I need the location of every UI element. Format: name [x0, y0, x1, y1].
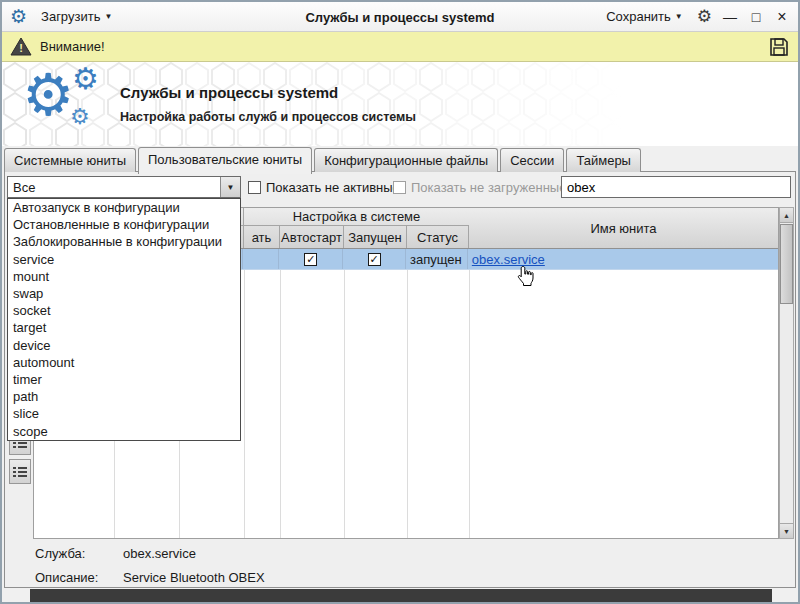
scroll-down-icon: ▼: [783, 528, 790, 535]
warning-triangle-icon: !: [10, 37, 32, 56]
gridline: [407, 270, 408, 538]
dropdown-item[interactable]: target: [8, 319, 240, 336]
unit-type-combobox[interactable]: Все ▼: [7, 176, 241, 198]
gridline: [244, 270, 245, 538]
maximize-button[interactable]: □: [748, 10, 764, 24]
combobox-value: Все: [8, 180, 220, 195]
column-header-unit-name[interactable]: Имя юнита: [469, 208, 778, 249]
description-detail-row: Описание: Service Bluetooth OBEX: [35, 570, 265, 585]
save-file-icon[interactable]: [768, 36, 790, 58]
dropdown-item[interactable]: service: [8, 251, 240, 268]
hexagon-fade: [2, 62, 798, 146]
dropdown-item[interactable]: Заблокированные в конфигурации: [8, 233, 240, 250]
chevron-down-icon: ▼: [227, 183, 235, 192]
dropdown-item[interactable]: socket: [8, 302, 240, 319]
cell-autostart: ✓: [279, 249, 343, 269]
svg-text:!: !: [19, 42, 23, 54]
page-title: Службы и процессы systemd: [120, 84, 338, 101]
cell-status: запущен: [406, 249, 468, 269]
chevron-down-icon: ▼: [104, 12, 112, 21]
description-label: Описание:: [35, 570, 123, 585]
app-gears-icon: ⚙: [72, 64, 99, 94]
load-menu-label: Загрузить: [41, 9, 100, 24]
close-button[interactable]: ×: [774, 9, 790, 25]
cell-empty: [243, 249, 279, 269]
cell-unit-name: obex.service: [468, 249, 778, 269]
tab-system-units[interactable]: Системные юниты: [4, 148, 136, 172]
tab-bar: Системные юниты Пользовательские юниты К…: [4, 146, 643, 172]
tab-content: Все ▼ Показать не активные Показать не з…: [4, 171, 796, 588]
unit-search-input[interactable]: [561, 176, 791, 198]
dropdown-item[interactable]: device: [8, 337, 240, 354]
app-header: ⚙ ⚙ ⚙ Службы и процессы systemd Настройк…: [2, 62, 798, 146]
vertical-scrollbar[interactable]: ▲ ▼: [779, 207, 794, 539]
chevron-down-icon: ▼: [675, 12, 683, 21]
checkbox-label: Показать не активные: [266, 180, 400, 195]
page-subtitle: Настройка работы служб и процессов систе…: [120, 110, 416, 124]
warning-text: Внимание!: [40, 39, 105, 54]
show-inactive-checkbox[interactable]: Показать не активные: [248, 176, 400, 198]
group-header-system: Настройка в системе: [244, 208, 469, 226]
app-window: ⚙ Загрузить ▼ Службы и процессы systemd …: [0, 0, 800, 604]
service-value: obex.service: [123, 546, 196, 561]
app-gears-icon: ⚙: [22, 66, 74, 124]
column-header-running[interactable]: Запущен: [344, 226, 407, 248]
column-header-status[interactable]: Статус: [407, 226, 469, 248]
dropdown-item[interactable]: Автозапуск в конфигурации: [8, 199, 240, 216]
tab-sessions[interactable]: Сессии: [500, 148, 564, 172]
running-checkbox-checked[interactable]: ✓: [368, 253, 381, 266]
show-unloaded-checkbox: Показать не загруженные: [393, 176, 566, 198]
scroll-up-button[interactable]: ▲: [780, 208, 793, 223]
cell-running: ✓: [343, 249, 406, 269]
dropdown-item[interactable]: automount: [8, 354, 240, 371]
dropdown-item[interactable]: Остановленные в конфигурации: [8, 216, 240, 233]
column-header-partial[interactable]: ать: [244, 226, 280, 248]
description-value: Service Bluetooth OBEX: [123, 570, 265, 585]
dropdown-item[interactable]: mount: [8, 268, 240, 285]
unit-type-dropdown: Автозапуск в конфигурации Остановленные …: [7, 198, 241, 441]
save-menu-label: Сохранить: [606, 9, 671, 24]
horizontal-scrollbar[interactable]: [30, 589, 772, 602]
dropdown-item[interactable]: swap: [8, 285, 240, 302]
minimize-button[interactable]: —: [722, 10, 738, 24]
titlebar: ⚙ Загрузить ▼ Службы и процессы systemd …: [2, 2, 798, 32]
settings-gear-icon[interactable]: ⚙: [697, 8, 712, 25]
hand-cursor-icon: [517, 265, 535, 290]
combobox-arrow-button[interactable]: ▼: [220, 177, 240, 197]
tab-timers[interactable]: Таймеры: [566, 148, 641, 172]
dropdown-item[interactable]: path: [8, 388, 240, 405]
gridline: [280, 270, 281, 538]
checkbox-box: [393, 181, 406, 194]
titlebar-right: Сохранить ▼ ⚙ — □ ×: [602, 7, 790, 26]
dropdown-item[interactable]: slice: [8, 405, 240, 422]
dropdown-item[interactable]: timer: [8, 371, 240, 388]
gridline: [469, 270, 470, 538]
checkbox-box[interactable]: [248, 181, 261, 194]
column-header-autostart[interactable]: Автостарт: [280, 226, 344, 248]
service-label: Служба:: [35, 546, 123, 561]
titlebar-left: ⚙ Загрузить ▼: [10, 7, 116, 26]
scroll-up-icon: ▲: [783, 212, 790, 219]
warning-bar: ! Внимание!: [2, 32, 798, 62]
app-gear-icon: ⚙: [10, 7, 27, 26]
app-gears-icon: ⚙: [70, 106, 90, 128]
scroll-down-button[interactable]: ▼: [780, 523, 793, 538]
dropdown-item[interactable]: scope: [8, 423, 240, 440]
gridline: [344, 270, 345, 538]
tab-config-files[interactable]: Конфигурационные файлы: [314, 148, 498, 172]
service-detail-row: Служба: obex.service: [35, 546, 196, 561]
save-menu-button[interactable]: Сохранить ▼: [602, 7, 687, 26]
tab-user-units[interactable]: Пользовательские юниты: [138, 147, 312, 174]
autostart-checkbox-checked[interactable]: ✓: [304, 253, 317, 266]
load-menu-button[interactable]: Загрузить ▼: [37, 7, 116, 26]
scrollbar-thumb[interactable]: [780, 224, 793, 304]
list-icon: [13, 466, 27, 478]
detail-list-button[interactable]: [9, 459, 31, 484]
checkbox-label: Показать не загруженные: [411, 180, 566, 195]
